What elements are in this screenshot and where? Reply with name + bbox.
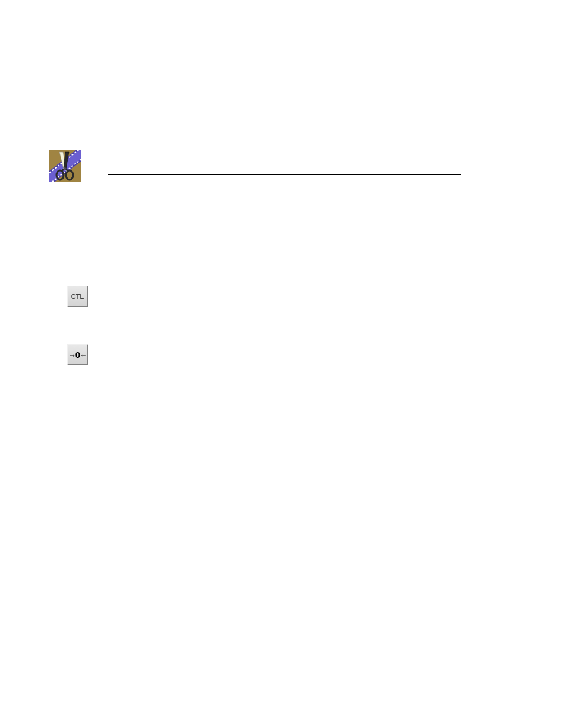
zero-button-label: →0← — [68, 350, 87, 360]
app-scissors-icon — [49, 150, 81, 182]
ctl-button[interactable]: CTL — [67, 286, 88, 307]
zero-center-button[interactable]: →0← — [67, 344, 88, 365]
svg-point-30 — [64, 167, 66, 170]
ctl-button-label: CTL — [71, 293, 84, 300]
section-divider — [108, 174, 461, 175]
